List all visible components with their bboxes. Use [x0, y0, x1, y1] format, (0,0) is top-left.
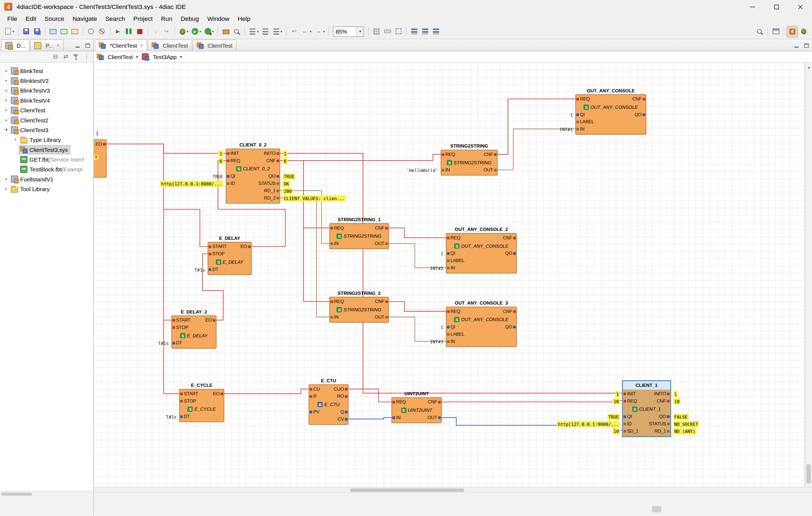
editor-maximize-button[interactable] [802, 41, 811, 49]
menu-search[interactable]: Search [101, 15, 129, 22]
align-left-button[interactable] [409, 26, 419, 37]
pin-value-DT[interactable]: T#1s [194, 267, 205, 273]
data-pin-IN[interactable] [330, 242, 333, 245]
suspend-button[interactable] [123, 26, 134, 37]
event-pin-CNF[interactable] [643, 98, 645, 101]
fb-E_DELAY[interactable]: E_DELAYSTARTEOSTOPSE_DELAYDTT#1s [208, 242, 252, 275]
menu-run[interactable]: Run [157, 15, 176, 22]
close-icon[interactable]: × [140, 43, 143, 48]
connection-STRING2STRING.OUT-to-OUT_ANY_CONSOLE.IN[interactable] [498, 129, 575, 170]
editor-tab-1[interactable]: ClientTest [148, 39, 192, 51]
zoom-input[interactable] [334, 28, 356, 34]
step-into-button[interactable]: ↓ [150, 26, 161, 37]
data-pin-CV[interactable] [345, 418, 348, 421]
minimize-button[interactable] [741, 0, 764, 13]
scrollbar-thumb[interactable] [1, 492, 32, 495]
tree-item-type-library[interactable]: ▸Type Library [0, 135, 93, 144]
breadcrumb-item-test3app[interactable]: Test3App [142, 53, 177, 60]
zoom-combobox[interactable]: ▾ [333, 26, 364, 36]
tree-item-fuellstandv1[interactable]: ▸FuellstandV1 [0, 174, 93, 184]
data-pin-QO[interactable] [513, 326, 516, 328]
chevron-down-icon[interactable]: ▾ [356, 27, 364, 36]
data-pin-STATUS[interactable] [277, 182, 279, 185]
fb-OUT_ANY_CONSOLE_2[interactable]: OUT_ANY_CONSOLE_2REQCNFSOUT_ANY_CONSOLEQ… [446, 233, 517, 274]
menu-debug[interactable]: Debug [176, 15, 203, 22]
data-pin-DT[interactable] [172, 342, 175, 345]
event-pin-CNF[interactable] [667, 400, 670, 403]
pin-value-DT[interactable]: T#1s [158, 340, 169, 346]
maximize-button[interactable] [764, 0, 788, 13]
connection-STRING2STRING_2.OUT-to-OUT_ANY_CONSOLE_3.IN[interactable] [389, 317, 446, 341]
fb-STRING2STRING_1[interactable]: STRING2STRING_1REQCNFSSTRING2STRINGINOUT [329, 223, 389, 249]
fb-CLIENT_1[interactable]: CLIENT_1INIT1INITO1REQ10CNF10SCLIENT_1QI… [622, 380, 671, 437]
event-pin-CUO[interactable] [345, 388, 348, 391]
tree-collapsed-arrow-icon[interactable]: ▸ [3, 108, 10, 112]
event-pin-INIT[interactable] [227, 152, 230, 155]
collapse-all-icon[interactable]: ⊟ [51, 52, 60, 61]
data-pin-PV[interactable] [310, 411, 312, 413]
pin-value-IN[interactable]: INT#3 [430, 339, 443, 345]
data-pin-QO[interactable] [667, 415, 670, 418]
fb-E_CTU[interactable]: E_CTUCUCUORROBE_CTUPVQCV [309, 384, 348, 425]
connection-E_CTU.CV-to-UINT2UINT.IN[interactable] [349, 418, 392, 419]
event-pin-CNF[interactable] [385, 227, 388, 230]
event-pin-REQ[interactable] [447, 237, 450, 239]
tree-item-blinktestv3[interactable]: ▸BlinkTestV3 [0, 86, 93, 95]
editor-tab-2[interactable]: ClientTest [193, 39, 237, 51]
data-pin-IN[interactable] [330, 316, 333, 319]
run-button[interactable]: ▶▾ [190, 26, 202, 37]
open-type-button[interactable] [221, 26, 231, 37]
event-pin-INITO[interactable] [277, 152, 279, 155]
forward-button[interactable]: →▾ [313, 26, 326, 37]
event-pin-START[interactable] [209, 246, 211, 248]
data-pin-LABEL[interactable] [576, 121, 579, 123]
data-pin-IN[interactable] [442, 169, 444, 172]
filter-icon[interactable] [71, 52, 81, 61]
next-annotation-button[interactable]: ▾ [271, 26, 283, 37]
tree-item-get-fbt[interactable]: GET.fbt [Service Interf [0, 154, 93, 164]
view-tab-P[interactable]: P...× [30, 39, 64, 51]
data-pin-Q[interactable] [345, 411, 348, 413]
tree-item-testblock-fbt[interactable]: TestBlock.fbt [Exampl [0, 164, 93, 174]
data-pin-RD_2[interactable] [277, 197, 279, 200]
fb-STRING2STRING_2[interactable]: STRING2STRING_2REQCNFSSTRING2STRINGINOUT [329, 297, 389, 323]
connection-UINT2UINT.CNF-to-CLIENT_1.REQ[interactable] [442, 400, 622, 402]
fb-UINT2UINT[interactable]: UINT2UINTREQCNFSUINT2UINTINOUT [392, 397, 442, 423]
fb-STRING2STRING[interactable]: STRING2STRINGREQCNFSSTRING2STRINGIN'Hell… [441, 150, 497, 176]
view-maximize-button[interactable] [83, 41, 92, 49]
save-all-button[interactable] [32, 26, 42, 37]
data-pin-IN[interactable] [447, 340, 450, 343]
event-pin-REQ[interactable] [393, 401, 395, 404]
fb-OUT_ANY_CONSOLE[interactable]: OUT_ANY_CONSOLEREQCNFSOUT_ANY_CONSOLEQI1… [575, 94, 646, 135]
event-pin-START[interactable] [180, 393, 183, 395]
event-pin-EO[interactable] [213, 319, 215, 322]
editor-minimize-button[interactable] [792, 41, 801, 49]
debug-button[interactable]: ▾ [177, 26, 190, 37]
tree-collapsed-arrow-icon[interactable]: ▸ [12, 137, 19, 142]
connection-E_CYCLE.EO-to-E_CTU.CU[interactable] [224, 389, 309, 394]
last-edit-location-button[interactable]: ↩ [289, 26, 299, 37]
event-pin-START[interactable] [172, 319, 175, 322]
event-pin-REQ[interactable] [447, 310, 450, 313]
sort-view-button[interactable]: ▾ [248, 26, 260, 37]
tree-item-blinktestv4[interactable]: ▸BlinkTestV4 [0, 95, 93, 105]
event-pin-STOP[interactable] [180, 400, 183, 403]
event-pin-CNF[interactable] [513, 310, 516, 313]
breadcrumb-arrow-icon[interactable]: ▸ [137, 54, 139, 59]
connection-STRING2STRING_1.OUT-to-OUT_ANY_CONSOLE_2.IN[interactable] [389, 243, 446, 268]
resume-button[interactable]: ▶ [113, 26, 123, 37]
event-pin-CNF[interactable] [513, 237, 516, 239]
remove-watches-button[interactable] [97, 26, 107, 37]
search-menu-button[interactable] [231, 26, 242, 37]
data-pin-OUT[interactable] [385, 242, 388, 245]
event-pin-REQ[interactable] [330, 300, 333, 303]
event-pin-INITO[interactable] [667, 393, 670, 395]
toggle-grid-button[interactable] [371, 26, 382, 37]
debug-perspective-button[interactable] [799, 26, 809, 37]
event-pin-CU[interactable] [310, 388, 312, 391]
pin-value-QI[interactable]: 1 [441, 251, 443, 257]
new-wizard-button[interactable]: ▾ [3, 26, 15, 37]
data-pin-QO[interactable] [643, 113, 645, 116]
data-pin-ID[interactable] [227, 182, 230, 185]
scrollbar-thumb[interactable] [350, 488, 464, 492]
